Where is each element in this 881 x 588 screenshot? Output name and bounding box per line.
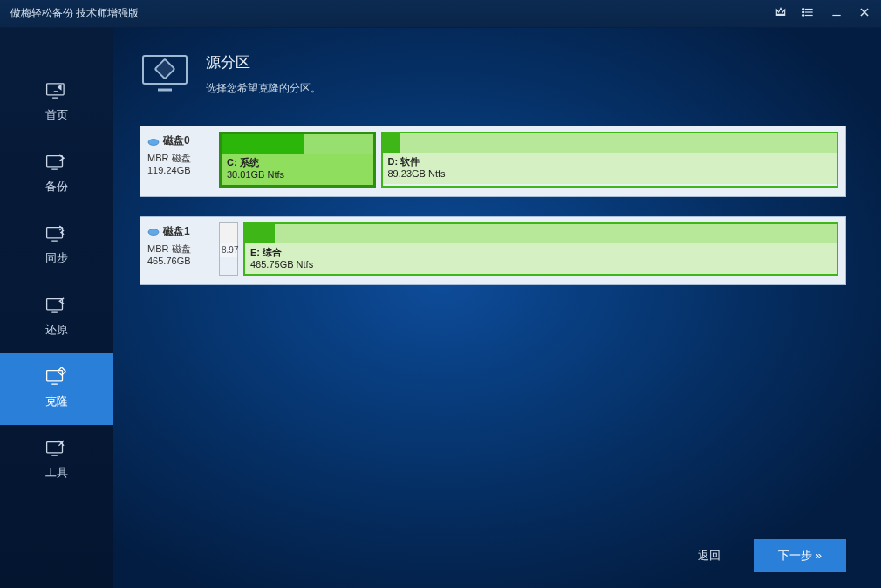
disk-icon (147, 227, 160, 236)
titlebar: 傲梅轻松备份 技术师增强版 (0, 0, 881, 28)
disk-type: MBR 磁盘 (147, 243, 210, 255)
next-button[interactable]: 下一步 » (754, 539, 846, 572)
main-content: 源分区 选择您希望克隆的分区。 磁盘0 MBR 磁盘 119.24GB (113, 28, 881, 588)
footer: 返回 下一步 » (686, 539, 846, 572)
sidebar-item-backup[interactable]: 备份 (0, 139, 113, 210)
sidebar-item-label: 克隆 (45, 393, 68, 409)
app-title: 傲梅轻松备份 技术师增强版 (10, 6, 775, 21)
close-icon[interactable] (858, 6, 871, 21)
sidebar-item-label: 同步 (45, 250, 68, 266)
sidebar: 首页 备份 同步 还原 克隆 (0, 28, 113, 588)
disk-icon (147, 137, 160, 146)
svg-point-25 (148, 139, 159, 145)
backup-icon (44, 153, 69, 172)
disk-size: 465.76GB (147, 255, 210, 267)
partition-label: 8.97 (220, 243, 237, 257)
partition-small[interactable]: 8.97 (219, 222, 238, 277)
partition-label: C: 系统 30.01GB Ntfs (222, 154, 373, 185)
home-icon (44, 81, 69, 100)
svg-point-3 (803, 9, 804, 10)
partition-label: E: 综合 465.75GB Ntfs (245, 243, 837, 275)
partition-usage-bar (220, 223, 237, 243)
sidebar-item-label: 首页 (45, 107, 68, 123)
disk-card: 磁盘1 MBR 磁盘 465.76GB 8.97 E: 综合 465.75GB … (140, 216, 846, 286)
sidebar-item-tools[interactable]: 工具 (0, 425, 113, 496)
partitions: C: 系统 30.01GB Ntfs D: 软件 89.23GB Ntfs (219, 132, 838, 188)
svg-rect-17 (47, 371, 63, 381)
sidebar-item-label: 备份 (45, 179, 68, 195)
disk-info: 磁盘0 MBR 磁盘 119.24GB (147, 132, 210, 188)
partition-name: C: 系统 (227, 156, 368, 168)
partition-usage-bar (245, 224, 837, 243)
partitions: 8.97 E: 综合 465.75GB Ntfs (219, 222, 838, 277)
page-title: 源分区 (206, 52, 321, 72)
page-header: 源分区 选择您希望克隆的分区。 (140, 52, 846, 96)
sidebar-item-sync[interactable]: 同步 (0, 210, 113, 282)
titlebar-actions (775, 6, 871, 21)
page-subtitle: 选择您希望克隆的分区。 (206, 81, 321, 96)
svg-point-5 (803, 15, 804, 16)
disk-name: 磁盘1 (163, 224, 190, 239)
sidebar-item-label: 还原 (45, 322, 68, 338)
sidebar-item-home[interactable]: 首页 (0, 67, 113, 139)
minimize-icon[interactable] (830, 6, 843, 21)
svg-rect-19 (58, 367, 65, 375)
sidebar-item-clone[interactable]: 克隆 (0, 353, 113, 425)
sidebar-item-restore[interactable]: 还原 (0, 282, 113, 353)
clone-icon (44, 367, 69, 386)
disk-card: 磁盘0 MBR 磁盘 119.24GB C: 系统 30.01GB Ntfs D… (140, 126, 846, 197)
tools-icon (44, 439, 69, 458)
sync-icon (44, 224, 69, 243)
partition-d[interactable]: D: 软件 89.23GB Ntfs (381, 132, 839, 188)
app-body: 首页 备份 同步 还原 克隆 (0, 28, 881, 588)
partition-detail: 89.23GB Ntfs (388, 168, 446, 179)
partition-label: D: 软件 89.23GB Ntfs (383, 153, 837, 184)
restore-icon (44, 296, 69, 315)
partition-e[interactable]: E: 综合 465.75GB Ntfs (243, 222, 838, 277)
partition-usage-bar (383, 133, 837, 153)
svg-rect-24 (155, 59, 175, 79)
back-button[interactable]: 返回 (686, 541, 733, 571)
partition-detail: 30.01GB Ntfs (227, 169, 284, 180)
svg-rect-13 (47, 228, 63, 238)
svg-point-4 (803, 11, 804, 12)
monitor-icon (140, 52, 190, 94)
partition-usage-bar (222, 134, 373, 154)
menu-icon[interactable] (802, 6, 815, 21)
partition-c[interactable]: C: 系统 30.01GB Ntfs (219, 132, 376, 188)
disk-name: 磁盘0 (163, 133, 190, 148)
partition-name: E: 综合 (250, 246, 831, 258)
partition-detail: 465.75GB Ntfs (250, 259, 313, 270)
disk-info: 磁盘1 MBR 磁盘 465.76GB (147, 222, 210, 277)
disk-type: MBR 磁盘 (147, 152, 210, 164)
sidebar-item-label: 工具 (45, 465, 68, 481)
crown-icon[interactable] (775, 6, 787, 21)
partition-name: D: 软件 (388, 155, 832, 168)
svg-point-26 (148, 229, 159, 236)
svg-rect-11 (47, 156, 63, 167)
disk-size: 119.24GB (147, 164, 210, 176)
